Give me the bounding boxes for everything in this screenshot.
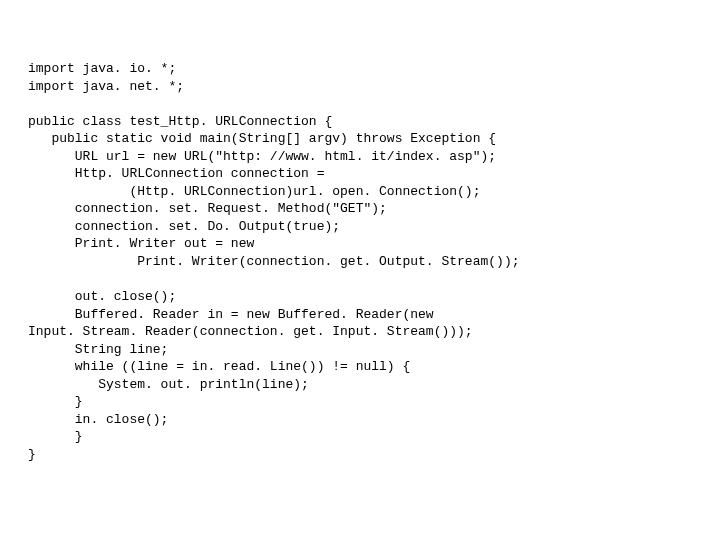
code-line: System. out. println(line); [28, 377, 309, 392]
code-listing: import java. io. *; import java. net. *;… [0, 0, 720, 464]
code-line: connection. set. Do. Output(true); [28, 219, 340, 234]
code-line: while ((line = in. read. Line()) != null… [28, 359, 410, 374]
code-line: Http. URLConnection connection = [28, 166, 324, 181]
code-line: import java. net. *; [28, 79, 184, 94]
code-line: Buffered. Reader in = new Buffered. Read… [28, 307, 434, 322]
code-line: public class test_Http. URLConnection { [28, 114, 332, 129]
code-line: Input. Stream. Reader(connection. get. I… [28, 324, 473, 339]
code-line: } [28, 447, 36, 462]
code-line: URL url = new URL("http: //www. html. it… [28, 149, 496, 164]
code-line: Print. Writer out = new [28, 236, 254, 251]
code-line: out. close(); [28, 289, 176, 304]
code-line: Print. Writer(connection. get. Output. S… [28, 254, 519, 269]
code-line: } [28, 394, 83, 409]
code-line: in. close(); [28, 412, 168, 427]
code-line: connection. set. Request. Method("GET"); [28, 201, 387, 216]
code-line: } [28, 429, 83, 444]
code-line: (Http. URLConnection)url. open. Connecti… [28, 184, 480, 199]
code-line: String line; [28, 342, 168, 357]
code-line: import java. io. *; [28, 61, 176, 76]
code-line: public static void main(String[] argv) t… [28, 131, 496, 146]
